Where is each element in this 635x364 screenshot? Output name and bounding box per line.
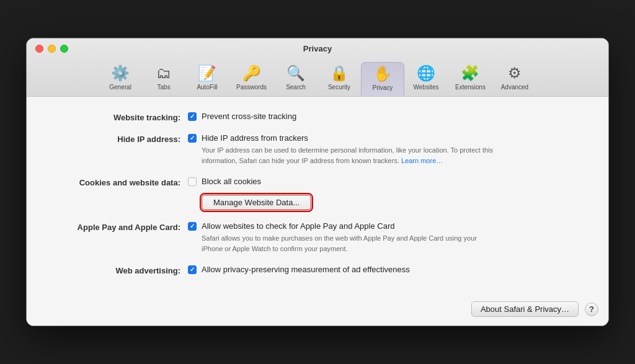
tab-search-label: Search xyxy=(286,84,306,91)
content-area: Website tracking: Prevent cross-site tra… xyxy=(27,97,608,296)
website-tracking-row: Website tracking: Prevent cross-site tra… xyxy=(51,112,584,122)
website-tracking-checkbox-label: Prevent cross-site tracking xyxy=(202,112,296,121)
apple-pay-checkbox[interactable] xyxy=(188,222,197,231)
toolbar: ⚙️ General 🗂 Tabs 📝 AutoFill 🔑 Passwords… xyxy=(35,58,600,96)
web-advertising-checkbox[interactable] xyxy=(188,265,197,274)
website-tracking-label: Website tracking: xyxy=(51,112,188,122)
hide-ip-description: Your IP address can be used to determine… xyxy=(202,145,499,166)
tab-privacy-label: Privacy xyxy=(373,84,393,91)
tab-tabs-label: Tabs xyxy=(158,84,171,91)
hide-ip-checkbox-row: Hide IP address from trackers xyxy=(188,133,584,143)
hide-ip-row: Hide IP address: Hide IP address from tr… xyxy=(51,133,584,166)
hide-ip-control: Hide IP address from trackers Your IP ad… xyxy=(188,133,584,166)
tab-security-label: Security xyxy=(328,84,350,91)
cookies-label: Cookies and website data: xyxy=(51,177,188,187)
window-title: Privacy xyxy=(35,44,600,53)
web-advertising-checkbox-row: Allow privacy-preserving measurement of … xyxy=(188,265,584,274)
apple-pay-control: Allow websites to check for Apple Pay an… xyxy=(188,221,584,254)
hide-ip-checkbox-label: Hide IP address from trackers xyxy=(202,133,308,143)
help-button[interactable]: ? xyxy=(585,303,598,316)
cookies-control: Block all cookies Manage Website Data... xyxy=(188,177,584,210)
website-tracking-control: Prevent cross-site tracking xyxy=(188,112,584,121)
security-icon: 🔒 xyxy=(330,64,349,82)
tab-security[interactable]: 🔒 Security xyxy=(318,62,361,96)
apple-pay-label: Apple Pay and Apple Card: xyxy=(51,221,188,232)
preferences-window: Privacy ⚙️ General 🗂 Tabs 📝 AutoFill 🔑 P… xyxy=(26,38,609,326)
tab-passwords-label: Passwords xyxy=(236,84,267,91)
tab-tabs[interactable]: 🗂 Tabs xyxy=(142,62,185,96)
tab-websites-label: Websites xyxy=(414,84,439,91)
learn-more-link[interactable]: Learn more… xyxy=(401,157,443,164)
web-advertising-label: Web advertising: xyxy=(51,265,188,275)
hide-ip-label: Hide IP address: xyxy=(51,133,188,144)
about-safari-button[interactable]: About Safari & Privacy… xyxy=(471,301,579,317)
apple-pay-row: Apple Pay and Apple Card: Allow websites… xyxy=(51,221,584,254)
cookies-row: Cookies and website data: Block all cook… xyxy=(51,177,584,210)
tab-extensions[interactable]: 🧩 Extensions xyxy=(448,62,493,96)
website-tracking-checkbox-row: Prevent cross-site tracking xyxy=(188,112,584,121)
apple-pay-checkbox-label: Allow websites to check for Apple Pay an… xyxy=(202,221,394,231)
privacy-icon: ✋ xyxy=(373,65,392,82)
website-tracking-checkbox[interactable] xyxy=(188,112,197,121)
tab-passwords[interactable]: 🔑 Passwords xyxy=(229,62,274,96)
extensions-icon: 🧩 xyxy=(461,64,479,82)
manage-website-data-button[interactable]: Manage Website Data... xyxy=(202,195,311,210)
titlebar: Privacy ⚙️ General 🗂 Tabs 📝 AutoFill 🔑 P… xyxy=(27,38,608,97)
cookies-checkbox-row: Block all cookies xyxy=(188,177,584,186)
block-cookies-checkbox[interactable] xyxy=(188,177,197,186)
block-cookies-label: Block all cookies xyxy=(202,177,261,186)
apple-pay-checkbox-row: Allow websites to check for Apple Pay an… xyxy=(188,221,584,231)
advanced-icon: ⚙ xyxy=(508,64,522,82)
general-icon: ⚙️ xyxy=(111,64,130,82)
tab-general[interactable]: ⚙️ General xyxy=(99,62,142,96)
tab-websites[interactable]: 🌐 Websites xyxy=(404,62,448,96)
web-advertising-checkbox-label: Allow privacy-preserving measurement of … xyxy=(202,265,410,274)
apple-pay-description: Safari allows you to make purchases on t… xyxy=(202,233,499,254)
tab-privacy[interactable]: ✋ Privacy xyxy=(361,62,404,96)
passwords-icon: 🔑 xyxy=(242,64,261,82)
autofill-icon: 📝 xyxy=(198,64,216,82)
tab-autofill-label: AutoFill xyxy=(197,84,217,91)
tabs-icon: 🗂 xyxy=(156,64,171,82)
search-icon: 🔍 xyxy=(286,64,305,82)
tab-search[interactable]: 🔍 Search xyxy=(274,62,318,96)
hide-ip-checkbox[interactable] xyxy=(188,134,197,143)
tab-autofill[interactable]: 📝 AutoFill xyxy=(185,62,229,96)
web-advertising-control: Allow privacy-preserving measurement of … xyxy=(188,265,584,274)
tab-advanced[interactable]: ⚙ Advanced xyxy=(493,62,536,96)
tab-advanced-label: Advanced xyxy=(501,84,528,91)
footer-bar: About Safari & Privacy… ? xyxy=(27,296,608,326)
web-advertising-row: Web advertising: Allow privacy-preservin… xyxy=(51,265,584,275)
websites-icon: 🌐 xyxy=(417,64,435,82)
tab-general-label: General xyxy=(109,84,131,91)
tab-extensions-label: Extensions xyxy=(455,84,486,91)
